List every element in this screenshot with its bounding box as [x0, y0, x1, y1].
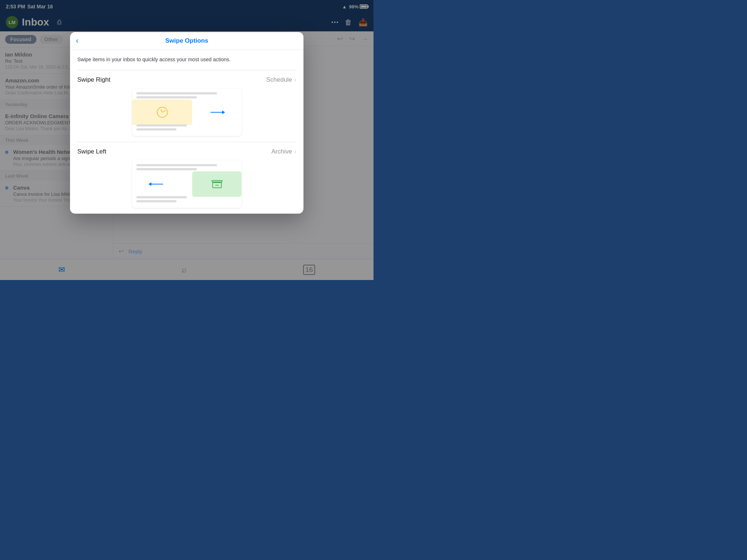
arrow-shaft [210, 112, 222, 113]
demo-top-lines-2 [136, 164, 237, 172]
demo-line [136, 196, 187, 198]
swipe-left-demo [132, 160, 241, 208]
demo-line [136, 164, 217, 166]
swipe-options-modal: ‹ Swipe Options Swipe items in your inbo… [70, 32, 303, 214]
arrow-head [222, 110, 225, 114]
swipe-right-action-label: Schedule [266, 76, 292, 83]
arrow-head-left [148, 182, 151, 186]
swipe-left-action[interactable]: Archive › [271, 148, 296, 155]
chevron-right-icon-2: › [294, 148, 296, 155]
arrow-shaft-2 [151, 184, 163, 185]
archive-line [215, 185, 219, 186]
schedule-demo-bg [132, 100, 192, 125]
modal-header: ‹ Swipe Options [70, 32, 303, 50]
swipe-right-section: Swipe Right Schedule › [77, 70, 296, 142]
arrow-right-icon [210, 110, 225, 114]
demo-line [136, 128, 177, 131]
swipe-left-row[interactable]: Swipe Left Archive › [77, 148, 296, 155]
swipe-right-row[interactable]: Swipe Right Schedule › [77, 76, 296, 83]
chevron-right-icon: › [294, 77, 296, 83]
demo-top-lines [136, 92, 237, 100]
modal-title: Swipe Options [77, 37, 296, 44]
swipe-left-label: Swipe Left [77, 148, 106, 155]
demo-line [136, 96, 197, 98]
modal-body: Swipe items in your inbox to quickly acc… [70, 50, 303, 214]
demo-line [136, 124, 187, 127]
modal-back-button[interactable]: ‹ [76, 36, 78, 46]
archive-icon [212, 180, 222, 188]
swipe-right-label: Swipe Right [77, 76, 111, 83]
modal-description: Swipe items in your inbox to quickly acc… [77, 56, 296, 63]
demo-line [136, 168, 197, 170]
demo-line [136, 200, 177, 202]
swipe-right-action[interactable]: Schedule › [266, 76, 296, 83]
arrow-left-icon [148, 182, 163, 186]
demo-bottom-lines [136, 124, 237, 132]
swipe-right-demo [132, 89, 241, 136]
swipe-left-section: Swipe Left Archive › [77, 142, 296, 214]
archive-demo-bg [192, 171, 241, 197]
demo-line [136, 92, 217, 94]
swipe-left-action-label: Archive [271, 148, 292, 155]
demo-bottom-lines-2 [136, 196, 237, 204]
clock-minute-hand [162, 110, 166, 113]
archive-box [212, 182, 222, 188]
modal-overlay: ‹ Swipe Options Swipe items in your inbo… [0, 0, 374, 280]
clock-icon [157, 107, 168, 118]
